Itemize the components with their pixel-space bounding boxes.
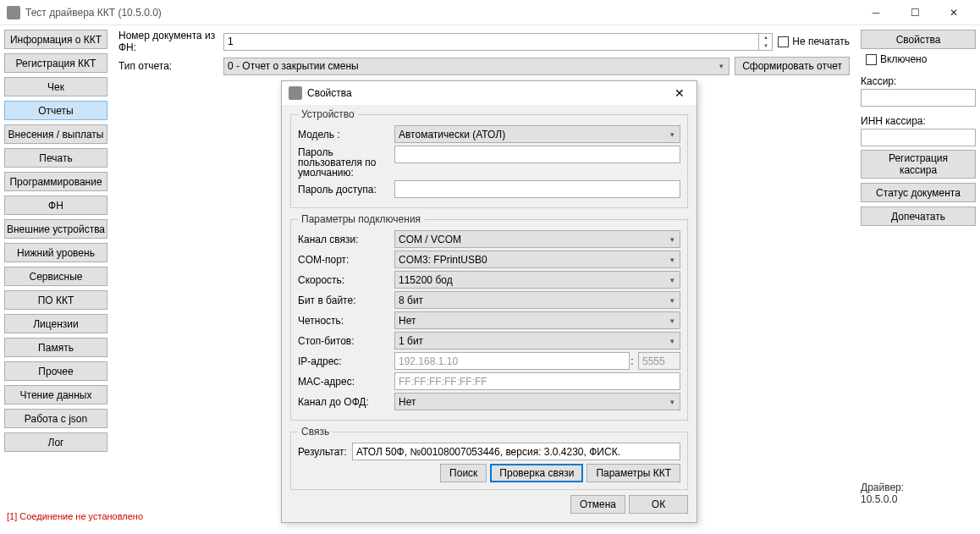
cashier-label: Кассир: xyxy=(861,75,976,87)
channel-select[interactable]: COM / VCOM xyxy=(394,230,680,248)
enabled-checkbox[interactable] xyxy=(866,54,877,65)
result-label: Результат: xyxy=(298,447,352,457)
connection-group: Параметры подключения Канал связи:COM / … xyxy=(290,213,688,421)
nav-лог[interactable]: Лог xyxy=(4,432,107,452)
dialog-icon xyxy=(289,86,302,100)
driver-info: Драйвер: 10.5.0.0 xyxy=(861,482,976,505)
nav-по-ккт[interactable]: ПО ККТ xyxy=(4,290,107,310)
sidebar: Информация о ККТРегистрация ККТЧекОтчеты… xyxy=(0,25,112,509)
close-button[interactable]: ✕ xyxy=(934,0,973,25)
parity-select[interactable]: Нет xyxy=(394,311,680,329)
reprint-button[interactable]: Допечатать xyxy=(861,206,976,226)
nav-прочее[interactable]: Прочее xyxy=(4,361,107,381)
dialog-close-button[interactable]: ✕ xyxy=(669,86,690,100)
nav-память[interactable]: Память xyxy=(4,338,107,357)
nav-чек[interactable]: Чек xyxy=(4,77,107,96)
ofd-channel-select[interactable]: Нет xyxy=(394,393,680,410)
mac-label: MAC-адрес: xyxy=(298,377,394,387)
nav-печать[interactable]: Печать xyxy=(4,148,107,168)
properties-button[interactable]: Свойства xyxy=(861,30,976,49)
nav-сервисные[interactable]: Сервисные xyxy=(4,267,107,286)
nav-программирование[interactable]: Программирование xyxy=(4,172,107,191)
nav-регистрация-ккт[interactable]: Регистрация ККТ xyxy=(4,53,107,73)
cashier-inn-label: ИНН кассира: xyxy=(861,115,976,127)
report-type-select[interactable]: 0 - Отчет о закрытии смены xyxy=(223,58,729,75)
titlebar: Тест драйвера ККТ (10.5.0.0) ─ ☐ ✕ xyxy=(0,0,980,25)
register-cashier-button[interactable]: Регистрация кассира xyxy=(861,150,976,179)
ofd-channel-label: Канал до ОФД: xyxy=(298,397,394,407)
access-password-input[interactable] xyxy=(394,180,680,198)
nav-внесения-выплаты[interactable]: Внесения / выплаты xyxy=(4,124,107,144)
ok-button[interactable]: ОК xyxy=(629,495,688,514)
dialog-title: Свойства xyxy=(307,87,669,99)
generate-report-button[interactable]: Сформировать отчет xyxy=(735,57,850,75)
search-button[interactable]: Поиск xyxy=(440,464,487,482)
doc-status-button[interactable]: Статус документа xyxy=(861,183,976,202)
noprint-label: Не печатать xyxy=(792,36,850,47)
parity-label: Четность: xyxy=(298,316,394,326)
user-password-label: Пароль пользователя по умолчанию: xyxy=(298,146,394,178)
nav-лицензии[interactable]: Лицензии xyxy=(4,314,107,333)
bits-label: Бит в байте: xyxy=(298,295,394,306)
properties-dialog: Свойства ✕ Устройство Модель :Автоматиче… xyxy=(281,80,697,523)
model-label: Модель : xyxy=(298,129,394,140)
stopbits-label: Стоп-битов: xyxy=(298,336,394,346)
channel-label: Канал связи: xyxy=(298,234,394,245)
nav-внешние-устройства[interactable]: Внешние устройства xyxy=(4,219,107,239)
mac-input[interactable]: FF:FF:FF:FF:FF:FF xyxy=(394,372,680,390)
nav-работа-с-json[interactable]: Работа с json xyxy=(4,409,107,428)
doc-number-input[interactable] xyxy=(223,33,759,51)
ip-label: IP-адрес: xyxy=(298,356,394,366)
enabled-label: Включено xyxy=(880,53,927,65)
nav-отчеты[interactable]: Отчеты xyxy=(4,101,107,120)
bits-select[interactable]: 8 бит xyxy=(394,291,680,309)
com-port-label: COM-порт: xyxy=(298,255,394,265)
cancel-button[interactable]: Отмена xyxy=(570,495,625,514)
result-output: АТОЛ 50Ф, №00108007053446, версия: 3.0.4… xyxy=(352,443,680,460)
nav-фн[interactable]: ФН xyxy=(4,195,107,215)
nav-нижний-уровень[interactable]: Нижний уровень xyxy=(4,243,107,262)
nav-чтение-данных[interactable]: Чтение данных xyxy=(4,385,107,405)
stopbits-select[interactable]: 1 бит xyxy=(394,332,680,350)
model-select[interactable]: Автоматически (АТОЛ) xyxy=(394,125,680,143)
noprint-checkbox[interactable] xyxy=(778,36,789,47)
test-connection-button[interactable]: Проверка связи xyxy=(490,464,583,482)
kkt-params-button[interactable]: Параметры ККТ xyxy=(586,464,680,482)
window-title: Тест драйвера ККТ (10.5.0.0) xyxy=(25,7,856,19)
minimize-button[interactable]: ─ xyxy=(856,0,895,25)
cashier-inn-input[interactable] xyxy=(861,129,976,146)
link-group: Связь Результат:АТОЛ 50Ф, №0010800705344… xyxy=(290,426,688,490)
app-icon xyxy=(7,6,20,19)
doc-number-spinner[interactable]: ▲▼ xyxy=(759,33,773,51)
com-port-select[interactable]: COM3: FPrintUSB0 xyxy=(394,250,680,268)
port-input[interactable]: 5555 xyxy=(638,352,680,370)
right-panel: Свойства Включено Кассир: ИНН кассира: Р… xyxy=(856,25,980,509)
report-type-label: Тип отчета: xyxy=(118,60,223,72)
baud-label: Скорость: xyxy=(298,275,394,285)
doc-number-label: Номер документа из ФН: xyxy=(118,30,223,53)
nav-информация-о-ккт[interactable]: Информация о ККТ xyxy=(4,30,107,49)
cashier-input[interactable] xyxy=(861,89,976,107)
user-password-input[interactable] xyxy=(394,146,680,163)
maximize-button[interactable]: ☐ xyxy=(895,0,934,25)
ip-input[interactable]: 192.168.1.10 xyxy=(394,352,630,370)
baud-select[interactable]: 115200 бод xyxy=(394,271,680,289)
device-group: Устройство Модель :Автоматически (АТОЛ) … xyxy=(290,108,688,208)
access-password-label: Пароль доступа: xyxy=(298,184,394,195)
